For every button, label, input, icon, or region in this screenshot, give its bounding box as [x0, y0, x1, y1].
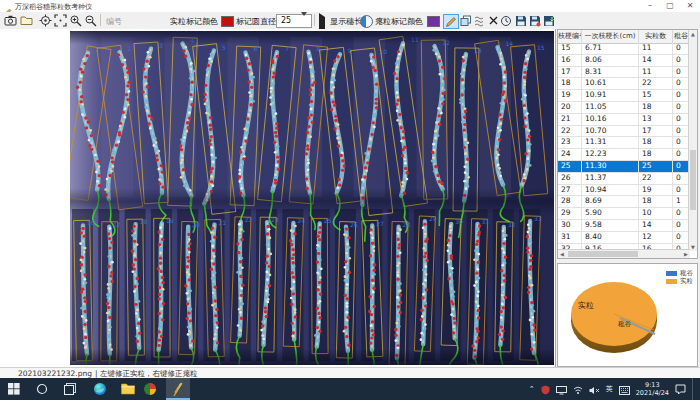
zoom-out-icon[interactable] — [83, 14, 97, 27]
table-cell: 10.16 — [582, 114, 639, 125]
notification-icon[interactable] — [675, 380, 686, 399]
table-row[interactable]: 2210.70170 — [558, 126, 690, 138]
table-row[interactable]: 2311.31180 — [558, 137, 690, 149]
horizontal-scrollbar[interactable]: ◀ ▶ — [558, 249, 690, 258]
diameter-combobox[interactable]: 25 — [276, 14, 312, 28]
empty-color-swatch[interactable] — [427, 16, 440, 27]
table-row[interactable]: 156.71110 — [558, 43, 690, 55]
pie-legend: 秕谷 实粒 — [666, 269, 693, 285]
table-cell: 11.31 — [582, 137, 639, 148]
table-body: 156.71110168.06140178.311101810.61220191… — [558, 43, 690, 249]
table-cell: 10 — [639, 208, 673, 219]
table-cell: 29 — [558, 208, 582, 219]
wavy-lines-icon[interactable] — [473, 14, 487, 27]
show-desktop-button[interactable] — [692, 378, 696, 400]
table-cell: 17 — [558, 67, 582, 78]
taskbar-clock[interactable]: 9:13 2021/4/24 — [636, 381, 669, 397]
edge-browser-icon[interactable] — [92, 381, 108, 397]
table-row[interactable]: 288.69181 — [558, 196, 690, 208]
folder-open-icon[interactable] — [19, 14, 33, 27]
table-row[interactable]: 2710.94190 — [558, 185, 690, 197]
scroll-down-icon[interactable]: ▼ — [689, 243, 697, 251]
vertical-scroll-thumb[interactable] — [690, 150, 696, 210]
image-viewer[interactable]: 1234567891011121314151617181920212223242… — [0, 29, 556, 367]
status-filename: 202103221232.png — [18, 369, 92, 378]
table-row[interactable]: 2611.37220 — [558, 173, 690, 185]
analysis-app-icon[interactable] — [142, 381, 158, 397]
scroll-right-icon[interactable]: ▶ — [682, 250, 690, 258]
taskbar: ⌃ 英 9:13 2021/4/24 — [0, 378, 700, 400]
table-cell: 22 — [558, 126, 582, 137]
table-cell: 28 — [558, 196, 582, 207]
start-button[interactable] — [6, 381, 22, 397]
table-cell: 19 — [558, 90, 582, 101]
zoom-in-icon[interactable] — [68, 14, 82, 27]
delete-x-icon[interactable] — [486, 14, 500, 27]
network-icon[interactable] — [573, 380, 583, 399]
tray-expand-icon[interactable]: ⌃ — [529, 385, 535, 393]
active-app-button[interactable] — [166, 378, 190, 400]
ime-indicator[interactable]: 英 — [606, 384, 613, 394]
legend-swatch-filled — [666, 279, 677, 284]
target-icon[interactable] — [38, 14, 52, 27]
show-length-toggle[interactable] — [360, 15, 373, 28]
panicle-photo[interactable]: 1234567891011121314151617181920212223242… — [70, 31, 554, 365]
main-area: 1234567891011121314151617181920212223242… — [0, 29, 700, 367]
numbering-button[interactable]: 编号 — [106, 16, 122, 27]
table-cell: 12.23 — [582, 149, 639, 160]
table-cell: 9.58 — [582, 220, 639, 231]
save-as-icon[interactable] — [528, 14, 542, 27]
table-row[interactable]: 1810.61220 — [558, 78, 690, 90]
vertical-scrollbar[interactable]: ▲ ▼ — [688, 30, 697, 251]
export-icon[interactable] — [542, 14, 556, 27]
table-row[interactable]: 2110.16130 — [558, 114, 690, 126]
table-row[interactable]: 309.58140 — [558, 220, 690, 232]
table-cell: 11.30 — [582, 161, 639, 172]
minimize-button[interactable]: – — [640, 0, 660, 12]
table-cell: 15 — [639, 90, 673, 101]
horizontal-scroll-thumb[interactable] — [568, 251, 638, 257]
save-icon[interactable] — [514, 14, 528, 27]
table-cell: 8.31 — [582, 67, 639, 78]
table-cell: 8.40 — [582, 232, 639, 243]
maximize-button[interactable]: ▢ — [660, 0, 680, 12]
pie-label-filled: 实粒 — [578, 300, 594, 311]
table-cell: 11.05 — [582, 102, 639, 113]
table-row[interactable]: 1910.91150 — [558, 90, 690, 102]
camera-icon[interactable] — [3, 14, 17, 27]
file-explorer-icon[interactable] — [120, 381, 136, 397]
table-cell: 24 — [558, 149, 582, 160]
touch-keyboard-icon[interactable] — [619, 380, 630, 399]
display-icon[interactable] — [556, 380, 567, 399]
table-row[interactable]: 2412.23180 — [558, 149, 690, 161]
table-cell: 25 — [639, 161, 673, 172]
empty-color-label: 瘪粒标记颜色 — [375, 16, 423, 27]
layers-icon[interactable] — [459, 14, 473, 27]
filled-color-swatch[interactable] — [221, 16, 234, 27]
scroll-up-icon[interactable]: ▲ — [689, 30, 697, 38]
table-row[interactable]: 295.90100 — [558, 208, 690, 220]
pencil-tool-icon[interactable] — [443, 14, 459, 29]
table-row[interactable]: 168.06140 — [558, 55, 690, 67]
table-row[interactable]: 178.31110 — [558, 67, 690, 79]
table-cell: 5.90 — [582, 208, 639, 219]
fit-screen-icon[interactable] — [53, 14, 67, 27]
search-icon[interactable] — [34, 381, 50, 397]
chevron-down-icon[interactable] — [301, 16, 310, 25]
table-cell: 18 — [558, 78, 582, 89]
close-button[interactable]: ✕ — [680, 0, 700, 12]
table-cell: 21 — [558, 114, 582, 125]
table-cell: 16 — [558, 55, 582, 66]
history-clock-icon[interactable] — [499, 14, 513, 27]
table-cell: 10.61 — [582, 78, 639, 89]
volume-muted-icon[interactable] — [589, 380, 600, 399]
table-row[interactable]: 2011.05180 — [558, 102, 690, 114]
security-icon[interactable] — [541, 380, 550, 399]
legend-swatch-empty — [666, 271, 677, 276]
table-row[interactable]: 2511.30250 — [558, 161, 690, 173]
table-row[interactable]: 318.40120 — [558, 232, 690, 244]
filled-color-label: 实粒标记颜色 — [170, 16, 218, 27]
task-view-icon[interactable] — [62, 381, 78, 397]
scroll-left-icon[interactable]: ◀ — [558, 250, 566, 258]
table-cell: 10.70 — [582, 126, 639, 137]
